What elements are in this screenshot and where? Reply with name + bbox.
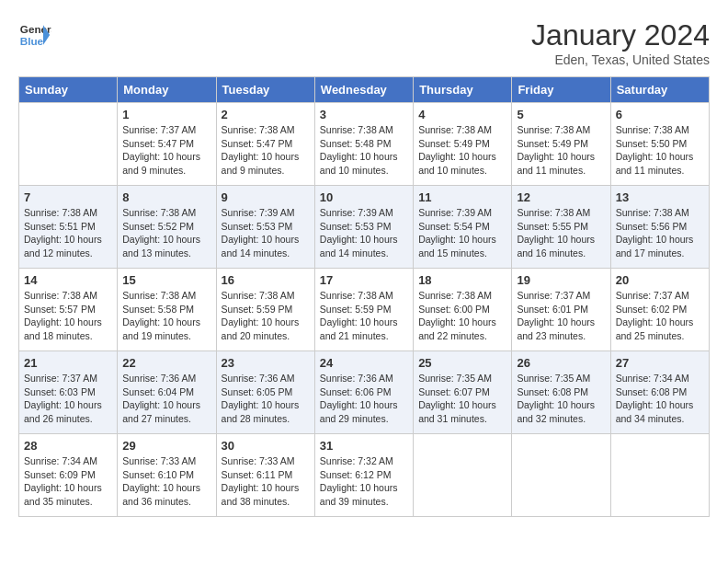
column-header-friday: Friday [512, 77, 610, 103]
day-cell: 4Sunrise: 7:38 AM Sunset: 5:49 PM Daylig… [414, 103, 512, 186]
day-number: 17 [320, 273, 408, 287]
day-number: 27 [616, 356, 704, 370]
day-cell: 18Sunrise: 7:38 AM Sunset: 6:00 PM Dayli… [414, 269, 512, 351]
day-cell: 17Sunrise: 7:38 AM Sunset: 5:59 PM Dayli… [314, 269, 413, 351]
day-number: 23 [222, 356, 310, 370]
day-info: Sunrise: 7:32 AM Sunset: 6:12 PM Dayligh… [320, 454, 408, 509]
day-info: Sunrise: 7:38 AM Sunset: 5:48 PM Dayligh… [320, 123, 408, 178]
calendar-table: SundayMondayTuesdayWednesdayThursdayFrid… [18, 76, 710, 517]
day-number: 21 [24, 356, 112, 370]
day-cell: 28Sunrise: 7:34 AM Sunset: 6:09 PM Dayli… [19, 434, 118, 517]
day-info: Sunrise: 7:36 AM Sunset: 6:06 PM Dayligh… [320, 372, 408, 426]
day-info: Sunrise: 7:39 AM Sunset: 5:54 PM Dayligh… [418, 206, 506, 260]
day-cell: 2Sunrise: 7:38 AM Sunset: 5:47 PM Daylig… [216, 103, 314, 186]
week-row-5: 28Sunrise: 7:34 AM Sunset: 6:09 PM Dayli… [19, 434, 710, 517]
day-cell: 31Sunrise: 7:32 AM Sunset: 6:12 PM Dayli… [314, 434, 413, 517]
day-number: 24 [320, 356, 408, 370]
day-number: 28 [24, 439, 112, 453]
day-info: Sunrise: 7:38 AM Sunset: 5:58 PM Dayligh… [122, 289, 210, 343]
day-info: Sunrise: 7:36 AM Sunset: 6:04 PM Dayligh… [122, 372, 210, 426]
day-cell: 7Sunrise: 7:38 AM Sunset: 5:51 PM Daylig… [19, 186, 118, 269]
day-cell: 21Sunrise: 7:37 AM Sunset: 6:03 PM Dayli… [19, 351, 118, 434]
day-number: 22 [122, 356, 210, 370]
day-info: Sunrise: 7:38 AM Sunset: 5:50 PM Dayligh… [616, 123, 704, 178]
day-number: 15 [122, 273, 210, 287]
day-info: Sunrise: 7:33 AM Sunset: 6:11 PM Dayligh… [222, 454, 310, 509]
day-info: Sunrise: 7:38 AM Sunset: 5:49 PM Dayligh… [517, 123, 605, 178]
day-cell: 6Sunrise: 7:38 AM Sunset: 5:50 PM Daylig… [610, 103, 709, 186]
day-number: 11 [418, 190, 506, 204]
day-number: 29 [122, 439, 210, 453]
column-header-wednesday: Wednesday [314, 77, 413, 103]
day-cell: 24Sunrise: 7:36 AM Sunset: 6:06 PM Dayli… [314, 351, 413, 434]
day-info: Sunrise: 7:38 AM Sunset: 5:55 PM Dayligh… [517, 206, 605, 260]
day-number: 26 [517, 356, 605, 370]
day-info: Sunrise: 7:38 AM Sunset: 5:51 PM Dayligh… [24, 206, 112, 260]
day-number: 4 [418, 108, 506, 121]
day-cell: 25Sunrise: 7:35 AM Sunset: 6:07 PM Dayli… [414, 351, 512, 434]
day-info: Sunrise: 7:37 AM Sunset: 6:02 PM Dayligh… [616, 289, 704, 343]
day-cell: 5Sunrise: 7:38 AM Sunset: 5:49 PM Daylig… [512, 103, 610, 186]
day-number: 25 [418, 356, 506, 370]
day-info: Sunrise: 7:38 AM Sunset: 5:47 PM Dayligh… [222, 123, 310, 178]
day-info: Sunrise: 7:38 AM Sunset: 5:56 PM Dayligh… [616, 206, 704, 260]
day-number: 19 [517, 273, 605, 287]
day-info: Sunrise: 7:37 AM Sunset: 6:03 PM Dayligh… [24, 372, 112, 426]
day-number: 18 [418, 273, 506, 287]
day-info: Sunrise: 7:38 AM Sunset: 5:57 PM Dayligh… [24, 289, 112, 343]
column-header-sunday: Sunday [19, 77, 118, 103]
day-cell: 27Sunrise: 7:34 AM Sunset: 6:08 PM Dayli… [610, 351, 709, 434]
day-number: 12 [517, 190, 605, 204]
day-cell: 10Sunrise: 7:39 AM Sunset: 5:53 PM Dayli… [314, 186, 413, 269]
day-number: 6 [616, 108, 704, 121]
day-cell: 14Sunrise: 7:38 AM Sunset: 5:57 PM Dayli… [19, 269, 118, 351]
day-number: 2 [222, 108, 310, 121]
day-info: Sunrise: 7:38 AM Sunset: 5:59 PM Dayligh… [320, 289, 408, 343]
day-number: 1 [122, 108, 210, 121]
day-info: Sunrise: 7:34 AM Sunset: 6:09 PM Dayligh… [24, 454, 112, 509]
day-cell: 8Sunrise: 7:38 AM Sunset: 5:52 PM Daylig… [118, 186, 216, 269]
page-header: General Blue January 2024 Eden, Texas, U… [18, 18, 710, 67]
month-title: January 2024 [531, 18, 710, 52]
day-number: 8 [122, 190, 210, 204]
day-cell: 19Sunrise: 7:37 AM Sunset: 6:01 PM Dayli… [512, 269, 610, 351]
day-number: 16 [222, 273, 310, 287]
day-cell: 12Sunrise: 7:38 AM Sunset: 5:55 PM Dayli… [512, 186, 610, 269]
week-row-2: 7Sunrise: 7:38 AM Sunset: 5:51 PM Daylig… [19, 186, 710, 269]
day-info: Sunrise: 7:38 AM Sunset: 5:59 PM Dayligh… [222, 289, 310, 343]
day-info: Sunrise: 7:38 AM Sunset: 5:49 PM Dayligh… [418, 123, 506, 178]
day-info: Sunrise: 7:35 AM Sunset: 6:08 PM Dayligh… [517, 372, 605, 426]
day-cell: 13Sunrise: 7:38 AM Sunset: 5:56 PM Dayli… [610, 186, 709, 269]
day-info: Sunrise: 7:36 AM Sunset: 6:05 PM Dayligh… [222, 372, 310, 426]
week-row-3: 14Sunrise: 7:38 AM Sunset: 5:57 PM Dayli… [19, 269, 710, 351]
day-cell: 9Sunrise: 7:39 AM Sunset: 5:53 PM Daylig… [216, 186, 314, 269]
column-header-monday: Monday [118, 77, 216, 103]
day-cell: 11Sunrise: 7:39 AM Sunset: 5:54 PM Dayli… [414, 186, 512, 269]
day-number: 9 [222, 190, 310, 204]
day-number: 20 [616, 273, 704, 287]
day-info: Sunrise: 7:34 AM Sunset: 6:08 PM Dayligh… [616, 372, 704, 426]
day-info: Sunrise: 7:39 AM Sunset: 5:53 PM Dayligh… [222, 206, 310, 260]
day-cell: 3Sunrise: 7:38 AM Sunset: 5:48 PM Daylig… [314, 103, 413, 186]
day-cell: 20Sunrise: 7:37 AM Sunset: 6:02 PM Dayli… [610, 269, 709, 351]
header-row: SundayMondayTuesdayWednesdayThursdayFrid… [19, 77, 710, 103]
day-info: Sunrise: 7:37 AM Sunset: 6:01 PM Dayligh… [517, 289, 605, 343]
day-cell [610, 434, 709, 517]
day-cell: 26Sunrise: 7:35 AM Sunset: 6:08 PM Dayli… [512, 351, 610, 434]
day-info: Sunrise: 7:38 AM Sunset: 5:52 PM Dayligh… [122, 206, 210, 260]
column-header-thursday: Thursday [414, 77, 512, 103]
column-header-saturday: Saturday [610, 77, 709, 103]
day-number: 31 [320, 439, 408, 453]
day-number: 10 [320, 190, 408, 204]
title-section: January 2024 Eden, Texas, United States [531, 18, 710, 67]
day-number: 14 [24, 273, 112, 287]
week-row-4: 21Sunrise: 7:37 AM Sunset: 6:03 PM Dayli… [19, 351, 710, 434]
column-header-tuesday: Tuesday [216, 77, 314, 103]
day-cell [414, 434, 512, 517]
day-info: Sunrise: 7:35 AM Sunset: 6:07 PM Dayligh… [418, 372, 506, 426]
day-cell [19, 103, 118, 186]
day-number: 5 [517, 108, 605, 121]
day-cell: 15Sunrise: 7:38 AM Sunset: 5:58 PM Dayli… [118, 269, 216, 351]
logo: General Blue [18, 18, 51, 52]
svg-text:Blue: Blue [20, 35, 44, 47]
